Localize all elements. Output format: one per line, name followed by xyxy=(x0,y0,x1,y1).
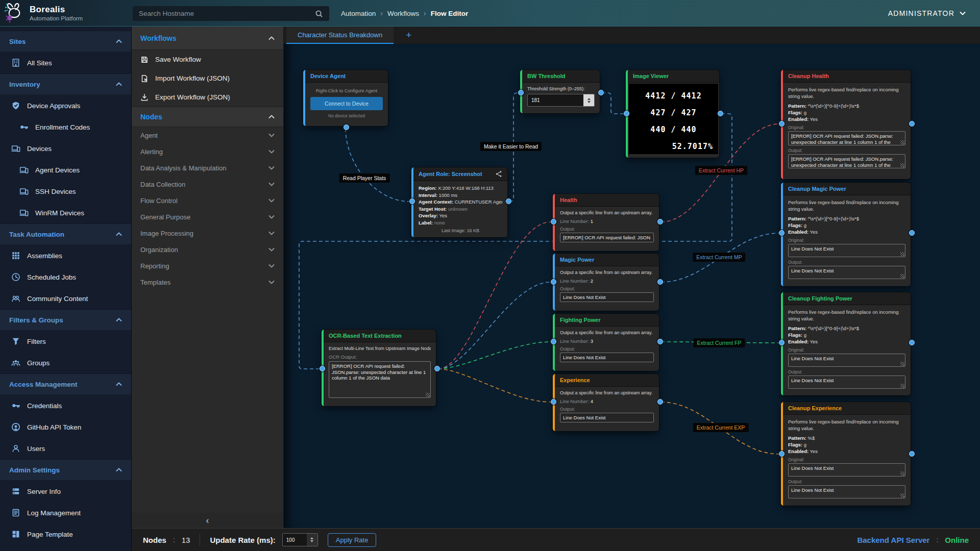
input-port[interactable] xyxy=(551,279,556,285)
output-field[interactable] xyxy=(560,353,654,362)
output-port[interactable] xyxy=(657,339,663,344)
sidebar-item-assemblies[interactable]: Assemblies xyxy=(0,245,131,266)
ocr-output-field[interactable]: [ERROR] OCR API request failed: JSON.par… xyxy=(329,361,431,398)
add-tab-button[interactable]: + xyxy=(394,27,424,44)
output-port[interactable] xyxy=(718,111,723,116)
threshold-value-field[interactable] xyxy=(528,94,583,106)
collapse-panel-button[interactable]: ‹ xyxy=(132,513,283,528)
output-field[interactable] xyxy=(560,413,654,422)
node-category-reporting[interactable]: Reporting xyxy=(132,258,283,274)
node-device-agent[interactable]: Device Agent Right-Click to Configure Ag… xyxy=(303,70,388,126)
sidebar-item-devices[interactable]: Devices xyxy=(0,138,131,159)
sidebar-item-agent-devices[interactable]: Agent Devices xyxy=(0,159,131,181)
output-port[interactable] xyxy=(657,279,663,285)
input-port[interactable] xyxy=(551,339,556,344)
input-port[interactable] xyxy=(779,340,785,345)
sidebar-item-log-management[interactable]: Log Management xyxy=(0,502,131,523)
node-category-data-analysis[interactable]: Data Analysis & Manipulation xyxy=(132,160,283,176)
sidebar-item-server-info[interactable]: Server Info xyxy=(0,481,131,502)
input-port[interactable] xyxy=(320,366,325,371)
input-port[interactable] xyxy=(551,399,556,405)
import-workflow-button[interactable]: Import Workflow (JSON) xyxy=(132,69,283,88)
output-port[interactable] xyxy=(909,451,915,457)
node-health[interactable]: Health Output a specific line from an up… xyxy=(553,194,659,251)
sidebar-item-ssh-devices[interactable]: SSH Devices xyxy=(0,181,131,202)
nodes-header[interactable]: Nodes xyxy=(132,107,283,127)
input-port[interactable] xyxy=(779,121,785,127)
output-field[interactable]: [ERROR] OCR API request failed: JSON.par… xyxy=(788,154,905,168)
node-category-data-collection[interactable]: Data Collection xyxy=(132,176,283,192)
threshold-input[interactable] xyxy=(527,94,595,107)
output-port[interactable] xyxy=(506,198,511,204)
sidebar-item-community-content[interactable]: Community Content xyxy=(0,288,131,309)
input-port[interactable] xyxy=(551,219,556,224)
sidebar-item-groups[interactable]: Groups xyxy=(0,352,131,373)
sidebar-section-admin-settings[interactable]: Admin Settings xyxy=(0,459,131,481)
output-port[interactable] xyxy=(657,399,663,405)
node-fighting-power[interactable]: Fighting Power Output a specific line fr… xyxy=(553,314,659,371)
output-field[interactable] xyxy=(560,233,654,242)
update-rate-input[interactable] xyxy=(282,533,318,546)
node-category-flow-control[interactable]: Flow Control xyxy=(132,192,283,209)
sidebar-item-winrm-devices[interactable]: WinRM Devices xyxy=(0,202,131,223)
sidebar-item-users[interactable]: Users xyxy=(0,438,131,459)
node-cleanup-magic-power[interactable]: Cleanup Magic Power Performs live regex-… xyxy=(781,183,911,286)
sidebar-item-enrollment-codes[interactable]: Enrollment Codes xyxy=(0,116,131,138)
breadcrumb-workflows[interactable]: Workflows xyxy=(387,10,419,17)
output-field[interactable]: Line Does Not Exist xyxy=(788,266,905,279)
sidebar-item-device-approvals[interactable]: Device Approvals xyxy=(0,95,131,116)
node-category-agent[interactable]: Agent xyxy=(132,127,283,143)
sidebar-item-scheduled-jobs[interactable]: Scheduled Jobs xyxy=(0,266,131,288)
number-stepper[interactable] xyxy=(583,94,594,106)
node-experience[interactable]: Experience Output a specific line from a… xyxy=(553,374,659,431)
node-cleanup-fighting-power[interactable]: Cleanup Fighting Power Performs live reg… xyxy=(781,292,911,395)
search-box[interactable] xyxy=(133,6,329,21)
node-category-templates[interactable]: Templates xyxy=(132,274,283,290)
node-category-image-processing[interactable]: Image Processing xyxy=(132,225,283,241)
output-port[interactable] xyxy=(657,219,663,224)
node-cleanup-experience[interactable]: Cleanup Experience Performs live regex-b… xyxy=(781,402,911,506)
input-port[interactable] xyxy=(779,451,785,457)
flow-canvas[interactable]: Read Player Stats Make it Easier to Read… xyxy=(284,44,980,528)
user-menu[interactable]: ADMINISTRATOR xyxy=(888,0,966,27)
original-field[interactable]: Line Does Not Exist xyxy=(788,463,905,477)
node-category-general-purpose[interactable]: General Purpose xyxy=(132,209,283,225)
sidebar-section-inventory[interactable]: Inventory xyxy=(0,73,131,95)
node-bw-threshold[interactable]: BW Threshold Threshold Strength (0–255): xyxy=(520,70,600,113)
sidebar-item-page-template[interactable]: Page Template xyxy=(0,523,131,545)
input-port[interactable] xyxy=(624,111,629,116)
tab-character-status-breakdown[interactable]: Character Status Breakdown xyxy=(286,27,394,44)
node-category-organization[interactable]: Organization xyxy=(132,241,283,258)
apply-rate-button[interactable]: Apply Rate xyxy=(328,533,377,547)
original-field[interactable]: [ERROR] OCR API request failed: JSON.par… xyxy=(788,131,905,145)
save-workflow-button[interactable]: Save Workflow xyxy=(132,50,283,69)
sidebar-item-filters[interactable]: Filters xyxy=(0,331,131,352)
sidebar-section-filters-groups[interactable]: Filters & Groups xyxy=(0,309,131,331)
output-port[interactable] xyxy=(909,340,915,345)
share-icon[interactable] xyxy=(495,170,502,178)
node-cleanup-health[interactable]: Cleanup Health Performs live regex-based… xyxy=(781,70,911,179)
original-field[interactable]: Line Does Not Exist xyxy=(788,354,905,367)
output-port[interactable] xyxy=(434,366,440,371)
output-field[interactable] xyxy=(560,292,654,302)
input-port[interactable] xyxy=(518,90,524,95)
sidebar-section-sites[interactable]: Sites xyxy=(0,31,131,52)
brand[interactable]: Borealis Automation Platform xyxy=(0,2,132,25)
node-category-alerting[interactable]: Alerting xyxy=(132,143,283,160)
original-field[interactable]: Line Does Not Exist xyxy=(788,244,905,257)
sidebar-section-access-management[interactable]: Access Management xyxy=(0,373,131,395)
sidebar-item-credentials[interactable]: Credentials xyxy=(0,395,131,416)
input-port[interactable] xyxy=(779,230,785,236)
node-image-viewer[interactable]: Image Viewer 4412 / 4412 427 / 427 440 /… xyxy=(626,70,719,158)
search-input[interactable] xyxy=(133,10,315,17)
sidebar-item-all-sites[interactable]: All Sites xyxy=(0,52,131,73)
output-port[interactable] xyxy=(598,90,604,95)
connect-to-device-button[interactable]: Connect to Device xyxy=(310,97,383,110)
export-workflow-button[interactable]: Export Workflow (JSON) xyxy=(132,88,283,107)
number-stepper[interactable] xyxy=(307,534,317,546)
input-port[interactable] xyxy=(409,198,415,204)
node-agent-role-screenshot[interactable]: Agent Role: Screenshot Region: X:200 Y:4… xyxy=(411,167,507,237)
sidebar-section-task-automation[interactable]: Task Automation xyxy=(0,223,131,245)
output-port[interactable] xyxy=(909,230,915,236)
node-magic-power[interactable]: Magic Power Output a specific line from … xyxy=(553,254,659,311)
